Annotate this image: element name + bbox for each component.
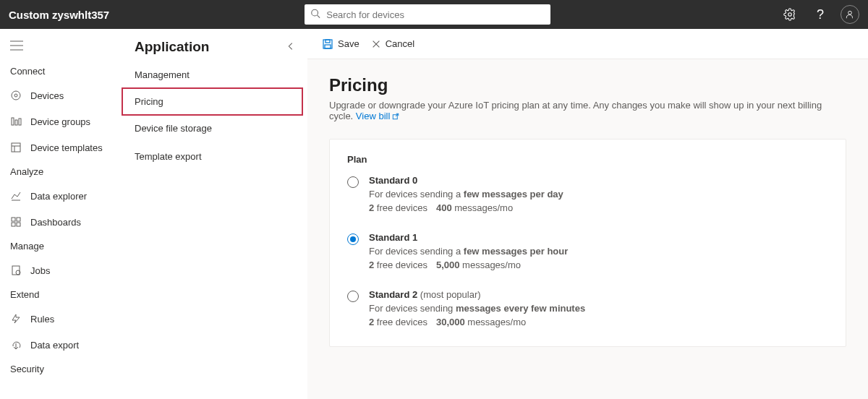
save-icon	[322, 38, 333, 50]
svg-point-8	[14, 94, 17, 97]
svg-rect-11	[19, 119, 21, 125]
nav-item-data-export[interactable]: Data export	[0, 332, 123, 358]
nav-section-security: Security	[0, 358, 123, 380]
svg-rect-23	[326, 40, 330, 43]
subnav-item-label: Management	[135, 69, 190, 80]
rules-icon	[10, 313, 22, 325]
nav-item-label: Rules	[30, 314, 54, 325]
nav-item-label: Device groups	[30, 116, 90, 127]
primary-nav: Connect Devices Device groups Device tem…	[0, 29, 123, 399]
data-export-icon	[10, 339, 22, 351]
pricing-plan-card-title: Plan	[347, 154, 828, 165]
svg-rect-18	[12, 223, 15, 226]
page-subtitle-text: Upgrade or downgrade your Azure IoT pric…	[329, 100, 822, 121]
nav-item-devices[interactable]: Devices	[0, 82, 123, 108]
plan-name-label: Standard 2	[369, 289, 417, 300]
nav-section-manage: Manage	[0, 235, 123, 257]
nav-section-analyze: Analyze	[0, 160, 123, 183]
subnav-item-label: Pricing	[135, 96, 163, 107]
nav-section-extend: Extend	[0, 283, 123, 306]
svg-point-7	[12, 91, 20, 100]
nav-item-rules[interactable]: Rules	[0, 306, 123, 332]
subnav-item-management[interactable]: Management	[123, 61, 307, 89]
svg-rect-10	[15, 120, 17, 125]
nav-item-label: Devices	[30, 90, 64, 101]
page-title: Pricing	[329, 75, 846, 95]
nav-item-label: Data export	[30, 340, 79, 351]
svg-point-2	[788, 13, 792, 17]
plan-tag: (most popular)	[417, 289, 480, 300]
secondary-nav-title: Application	[135, 39, 209, 55]
svg-rect-24	[325, 45, 331, 48]
account-button[interactable]	[841, 5, 859, 24]
svg-rect-9	[12, 118, 14, 125]
svg-rect-19	[17, 223, 20, 226]
external-link-icon	[391, 112, 400, 123]
nav-item-device-templates[interactable]: Device templates	[0, 134, 123, 160]
help-icon: ?	[817, 7, 824, 22]
device-groups-icon	[10, 116, 22, 127]
plan-option-standard-2[interactable]: Standard 2 (most popular) For devices se…	[347, 289, 828, 327]
svg-rect-17	[17, 218, 20, 221]
subnav-item-template-export[interactable]: Template export	[123, 142, 307, 171]
svg-rect-12	[12, 143, 20, 152]
plan-option-standard-1[interactable]: Standard 1 For devices sending a few mes…	[347, 232, 828, 270]
cancel-button[interactable]: Cancel	[371, 38, 414, 49]
cancel-button-label: Cancel	[386, 38, 414, 49]
subnav-item-device-file-storage[interactable]: Device file storage	[123, 114, 307, 142]
close-icon	[371, 39, 381, 49]
subnav-item-pricing[interactable]: Pricing	[122, 87, 303, 116]
subnav-item-label: Device file storage	[135, 123, 212, 134]
nav-item-label: Dashboards	[30, 217, 81, 228]
nav-item-jobs[interactable]: Jobs	[0, 257, 123, 283]
pricing-plan-card: Plan Standard 0 For devices sending a fe…	[329, 139, 846, 347]
plan-radio[interactable]	[347, 291, 359, 302]
plan-name-label: Standard 0	[369, 175, 417, 186]
plan-radio[interactable]	[347, 233, 359, 245]
data-explorer-icon	[10, 190, 22, 202]
nav-item-data-explorer[interactable]: Data explorer	[0, 183, 123, 209]
dashboards-icon	[10, 216, 22, 228]
plan-option-standard-0[interactable]: Standard 0 For devices sending a few mes…	[347, 175, 828, 213]
secondary-nav: Application Management Pricing Device fi…	[123, 29, 307, 399]
save-button[interactable]: Save	[322, 38, 359, 50]
nav-item-label: Device templates	[30, 142, 103, 153]
nav-item-device-groups[interactable]: Device groups	[0, 108, 123, 134]
hamburger-button[interactable]	[0, 36, 123, 60]
content-area: Save Cancel Pricing Upgrade or downgrade…	[307, 29, 868, 399]
save-button-label: Save	[338, 38, 359, 49]
subnav-item-label: Template export	[135, 151, 202, 162]
app-title: Custom zyswhlt357	[9, 9, 109, 21]
devices-icon	[10, 90, 22, 101]
topbar-right-icons: ?	[780, 4, 859, 25]
jobs-icon	[10, 265, 22, 276]
nav-item-label: Data explorer	[30, 191, 87, 202]
svg-rect-16	[12, 218, 15, 221]
device-templates-icon	[10, 142, 22, 153]
search-wrapper	[305, 4, 550, 25]
collapse-subnav-button[interactable]	[286, 41, 296, 53]
svg-point-0	[312, 9, 318, 16]
nav-item-dashboards[interactable]: Dashboards	[0, 209, 123, 235]
svg-point-3	[848, 11, 852, 14]
page-subtitle: Upgrade or downgrade your Azure IoT pric…	[329, 100, 846, 123]
plan-name-label: Standard 1	[369, 232, 417, 243]
search-input[interactable]	[305, 4, 550, 25]
plan-radio[interactable]	[347, 176, 359, 188]
nav-section-connect: Connect	[0, 60, 123, 82]
svg-line-1	[318, 15, 320, 18]
nav-item-label: Jobs	[30, 265, 50, 276]
top-bar: Custom zyswhlt357 ?	[0, 0, 868, 29]
search-icon	[310, 9, 320, 21]
content-toolbar: Save Cancel	[307, 29, 868, 59]
person-icon	[845, 9, 855, 20]
chevron-left-icon	[286, 41, 296, 51]
help-button[interactable]: ?	[810, 4, 830, 25]
settings-button[interactable]	[780, 4, 800, 25]
view-bill-link[interactable]: View bill	[356, 111, 400, 121]
